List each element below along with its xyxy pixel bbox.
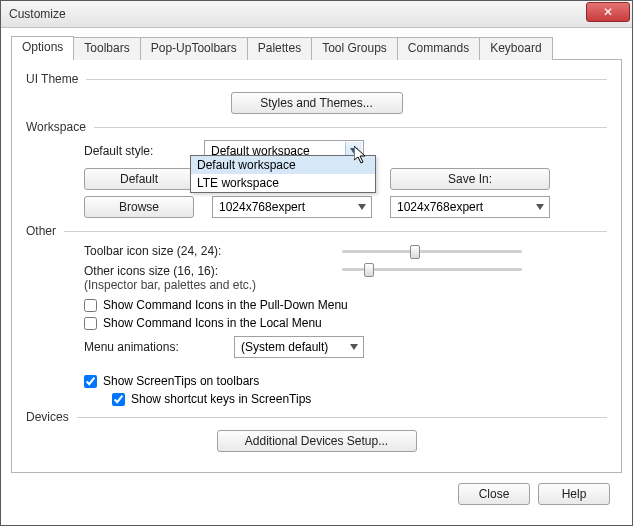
tab-toolbars[interactable]: Toolbars	[73, 37, 140, 60]
tab-options[interactable]: Options	[11, 36, 74, 60]
dialog-footer: Close Help	[11, 473, 622, 515]
chevron-down-icon	[531, 198, 548, 216]
default-style-label: Default style:	[84, 144, 204, 158]
default-style-option-lte[interactable]: LTE workspace	[191, 174, 375, 192]
default-style-dropdown-list: Default workspace LTE workspace	[190, 155, 376, 193]
default-button[interactable]: Default	[84, 168, 194, 190]
toolbar-icon-size-slider[interactable]	[342, 250, 522, 253]
toolbar-icon-size-label: Toolbar icon size (24, 24):	[84, 244, 342, 258]
tab-palettes[interactable]: Palettes	[247, 37, 312, 60]
chevron-down-icon	[353, 198, 370, 216]
save-in-button[interactable]: Save In:	[390, 168, 550, 190]
help-button[interactable]: Help	[538, 483, 610, 505]
additional-devices-button[interactable]: Additional Devices Setup...	[217, 430, 417, 452]
chk-local[interactable]: Show Command Icons in the Local Menu	[84, 316, 607, 330]
window-close-button[interactable]: ✕	[586, 2, 630, 22]
chk-screentips-box[interactable]	[84, 375, 97, 388]
section-devices: Devices	[26, 410, 607, 424]
close-button[interactable]: Close	[458, 483, 530, 505]
browse-button[interactable]: Browse	[84, 196, 194, 218]
chk-pulldown[interactable]: Show Command Icons in the Pull-Down Menu	[84, 298, 607, 312]
chk-local-box[interactable]	[84, 317, 97, 330]
close-icon: ✕	[603, 6, 613, 18]
menu-animations-label: Menu animations:	[84, 340, 234, 354]
section-ui-theme: UI Theme	[26, 72, 607, 86]
tab-keyboard[interactable]: Keyboard	[479, 37, 552, 60]
right-workspace-select[interactable]: 1024x768expert	[390, 196, 550, 218]
chk-shortcut[interactable]: Show shortcut keys in ScreenTips	[112, 392, 607, 406]
default-style-option-default[interactable]: Default workspace	[191, 156, 375, 174]
titlebar: Customize ✕	[1, 1, 632, 28]
tab-tool-groups[interactable]: Tool Groups	[311, 37, 398, 60]
tab-popup-toolbars[interactable]: Pop-UpToolbars	[140, 37, 248, 60]
other-icons-size-label: Other icons size (16, 16):	[84, 264, 218, 278]
other-icons-size-sublabel: (Inspector bar, palettes and etc.)	[84, 278, 256, 292]
customize-dialog: Customize ✕ Options Toolbars Pop-UpToolb…	[0, 0, 633, 526]
chk-shortcut-box[interactable]	[112, 393, 125, 406]
tab-panel-options: UI Theme Styles and Themes... Workspace …	[11, 60, 622, 473]
tab-commands[interactable]: Commands	[397, 37, 480, 60]
client-area: Options Toolbars Pop-UpToolbars Palettes…	[1, 28, 632, 525]
other-icons-size-slider[interactable]	[342, 268, 522, 271]
chk-screentips[interactable]: Show ScreenTips on toolbars	[84, 374, 607, 388]
section-other: Other	[26, 224, 607, 238]
styles-and-themes-button[interactable]: Styles and Themes...	[231, 92, 403, 114]
chevron-down-icon	[345, 338, 362, 356]
menu-animations-select[interactable]: (System default)	[234, 336, 364, 358]
section-workspace: Workspace	[26, 120, 607, 134]
left-workspace-select[interactable]: 1024x768expert	[212, 196, 372, 218]
chk-pulldown-box[interactable]	[84, 299, 97, 312]
window-title: Customize	[9, 7, 586, 21]
tab-strip: Options Toolbars Pop-UpToolbars Palettes…	[11, 36, 622, 60]
